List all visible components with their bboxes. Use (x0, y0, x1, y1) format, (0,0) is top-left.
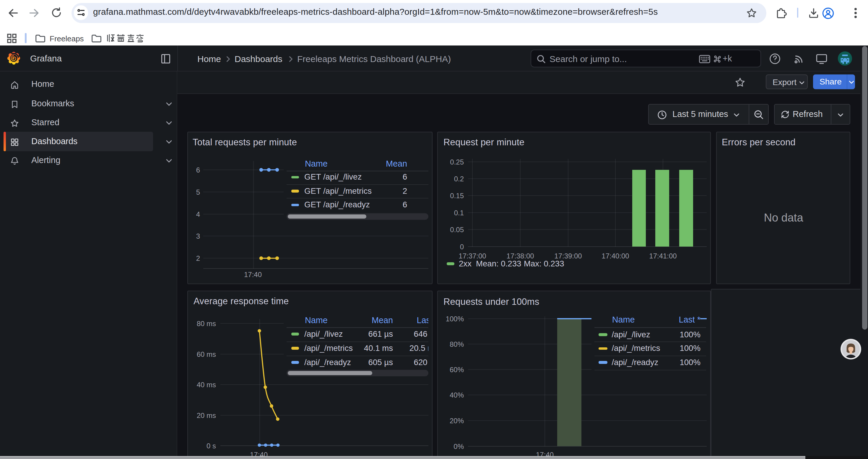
svg-text:17:40: 17:40 (536, 451, 553, 456)
svg-text:17:40: 17:40 (250, 451, 267, 456)
svg-text:17:38:00: 17:38:00 (506, 252, 533, 260)
svg-text:5: 5 (196, 188, 200, 196)
svg-text:2: 2 (196, 254, 200, 262)
svg-text:0.2: 0.2 (454, 175, 464, 183)
svg-text:80%: 80% (450, 340, 464, 348)
svg-text:4: 4 (196, 210, 200, 218)
svg-text:60 ms: 60 ms (196, 350, 216, 358)
svg-text:20%: 20% (450, 417, 464, 424)
svg-text:17:39:00: 17:39:00 (554, 252, 582, 260)
svg-text:0.05: 0.05 (450, 226, 464, 234)
svg-text:0.25: 0.25 (450, 158, 464, 166)
svg-text:0 s: 0 s (206, 441, 216, 450)
svg-text:40%: 40% (450, 391, 464, 399)
svg-text:0.15: 0.15 (450, 192, 464, 200)
svg-text:3: 3 (196, 232, 200, 240)
svg-text:0: 0 (460, 243, 464, 251)
svg-text:17:40:00: 17:40:00 (601, 252, 629, 260)
svg-text:40 ms: 40 ms (196, 381, 216, 388)
svg-text:80 ms: 80 ms (196, 319, 216, 327)
svg-text:17:40: 17:40 (244, 270, 261, 278)
svg-text:17:41:00: 17:41:00 (649, 252, 676, 260)
svg-text:0%: 0% (453, 442, 464, 450)
svg-text:0.1: 0.1 (454, 209, 464, 217)
svg-text:100%: 100% (445, 315, 464, 323)
svg-text:17:37:00: 17:37:00 (458, 252, 486, 260)
svg-text:6: 6 (196, 166, 200, 174)
svg-text:20 ms: 20 ms (196, 411, 216, 419)
svg-text:60%: 60% (450, 365, 464, 373)
